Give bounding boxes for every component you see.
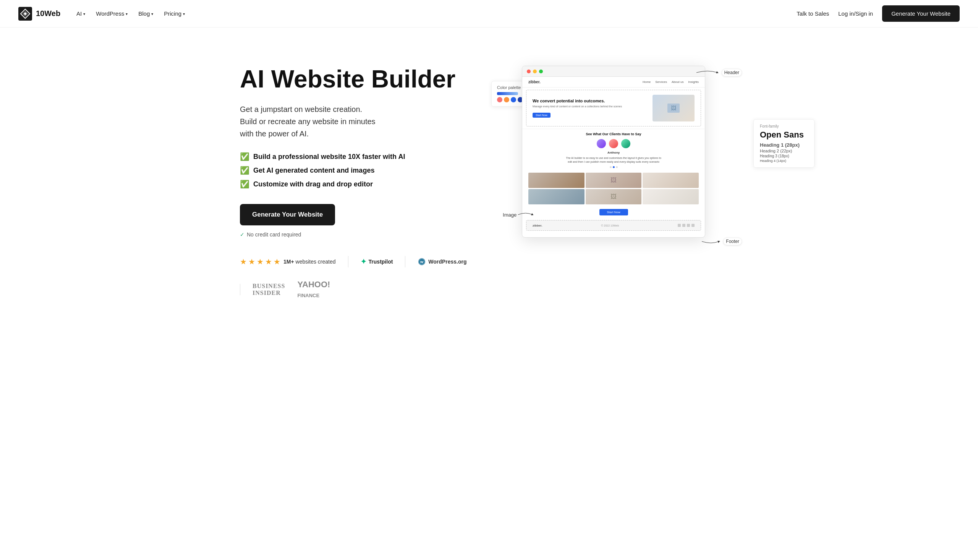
site-footer: zibber. © 2022 10Web: [526, 220, 701, 230]
trustpilot-badge: ✦ Trustpilot: [361, 257, 393, 266]
star-3: ★: [257, 257, 263, 266]
swatch-2: [504, 97, 509, 102]
hero-features-list: ✅ Build a professional website 10X faste…: [240, 152, 469, 189]
dots-row: [522, 166, 705, 170]
browser-dot-yellow: [533, 70, 537, 73]
hero-description: Get a jumpstart on website creation. Bui…: [240, 103, 469, 140]
site-start-now-btn: Start Now: [600, 209, 628, 215]
grid-image-5: 🖼: [586, 189, 642, 204]
palette-bar: [497, 92, 518, 95]
site-nav-items: Home Services About us Insights: [643, 80, 699, 84]
nav-cta-button[interactable]: Generate Your Website: [882, 5, 960, 22]
grid-image-1: [528, 173, 585, 188]
nav-ai[interactable]: AI ▾: [73, 7, 89, 20]
star-5: ★: [273, 257, 280, 266]
swatch-1: [497, 97, 502, 102]
logo-text: 10Web: [36, 9, 60, 18]
talk-to-sales-link[interactable]: Talk to Sales: [796, 10, 829, 17]
avatar-2: [609, 139, 618, 148]
browser-dot-green: [539, 70, 543, 73]
browser-bar: [522, 66, 705, 77]
nav-right: Talk to Sales Log in/Sign in Generate Yo…: [796, 5, 960, 22]
hero-section: AI Website Builder Get a jumpstart on we…: [222, 28, 756, 560]
hero-left: AI Website Builder Get a jumpstart on we…: [240, 50, 469, 300]
business-insider-logo: BusinessInsider: [253, 283, 285, 297]
trust-section: ★ ★ ★ ★ ★ 1M+ websites created ✦ Trustpi…: [240, 256, 469, 300]
check-icon-2: ✅: [240, 166, 250, 175]
check-icon-1: ✅: [240, 152, 250, 161]
star-2: ★: [248, 257, 255, 266]
dot-2: [613, 166, 615, 168]
star-4: ★: [265, 257, 272, 266]
chevron-down-icon: ▾: [126, 12, 128, 16]
check-icon-3: ✅: [240, 180, 250, 189]
no-credit-card: ✓ No credit card required: [240, 232, 469, 238]
chevron-down-icon: ▾: [151, 12, 153, 16]
login-link[interactable]: Log in/Sign in: [838, 10, 873, 17]
dot-3: [616, 166, 618, 168]
logo-icon: [18, 7, 32, 21]
site-header: zibber. Home Services About us Insights: [522, 77, 705, 87]
social-icon-3: [687, 224, 690, 227]
divider-3: [240, 284, 240, 295]
divider-2: [405, 256, 405, 267]
websites-created: 1M+ websites created: [283, 258, 336, 265]
browser-dot-red: [527, 70, 531, 73]
swatch-3: [511, 97, 516, 102]
star-rating: ★ ★ ★ ★ ★: [240, 257, 280, 266]
social-icon-1: [678, 224, 681, 227]
feature-item-3: ✅ Customize with drag and drop editor: [240, 180, 469, 189]
browser-content: zibber. Home Services About us Insights: [522, 77, 705, 233]
image-arrow: [518, 211, 533, 218]
trustpilot-icon: ✦: [361, 257, 367, 266]
press-logos: BusinessInsider YAHOO!FINANCE: [253, 280, 330, 300]
check-icon-credit: ✓: [240, 232, 245, 238]
font-sizes: Heading 1 (28px) Heading 2 (22px) Headin…: [760, 142, 808, 163]
footer-arrow: [702, 238, 721, 245]
site-hero-image: 🖼: [653, 95, 695, 122]
dot-1: [610, 166, 611, 168]
hero-title: AI Website Builder: [240, 66, 469, 92]
wordpress-org-badge: W WordPress.org: [418, 257, 467, 266]
header-annotation: Header: [696, 69, 742, 77]
yahoo-finance-logo: YAHOO!FINANCE: [297, 280, 330, 300]
wordpress-icon: W: [418, 257, 426, 266]
grid-image-3: [643, 173, 699, 188]
nav-left: 10Web AI ▾ WordPress ▾ Blog ▾ Pricing ▾: [18, 7, 189, 21]
image-annotation: Image: [503, 211, 533, 218]
image-grid: 🖼 🖼: [522, 170, 705, 207]
social-icon-4: [691, 224, 695, 227]
grid-image-6: [643, 189, 699, 204]
avatars-row: [522, 138, 705, 150]
header-arrow: [696, 69, 719, 77]
font-annotation: Font-family Open Sans Heading 1 (28px) H…: [753, 119, 815, 168]
grid-image-4: [528, 189, 585, 204]
hero-cta-button[interactable]: Generate Your Website: [240, 204, 335, 225]
footer-annotation: Footer: [702, 238, 742, 245]
navbar: 10Web AI ▾ WordPress ▾ Blog ▾ Pricing ▾ …: [0, 0, 978, 28]
avatar-3: [621, 139, 630, 148]
nav-blog[interactable]: Blog ▾: [135, 7, 157, 20]
avatar-1: [597, 139, 606, 148]
grid-image-2: 🖼: [586, 173, 642, 188]
footer-social: [678, 224, 695, 227]
chevron-down-icon: ▾: [183, 12, 185, 16]
feature-item-1: ✅ Build a professional website 10X faste…: [240, 152, 469, 161]
hero-right-mockup: Color palette: [499, 50, 738, 249]
nav-links: AI ▾ WordPress ▾ Blog ▾ Pricing ▾: [73, 7, 189, 20]
feature-item-2: ✅ Get AI generated content and images: [240, 166, 469, 175]
nav-pricing[interactable]: Pricing ▾: [160, 7, 189, 20]
star-1: ★: [240, 257, 247, 266]
site-hero-section: We convert potential into outcomes. Mana…: [526, 90, 701, 126]
testimonial-text: The AI builder is so easy to use and cus…: [522, 155, 705, 166]
site-hero-text: We convert potential into outcomes. Mana…: [533, 98, 648, 118]
nav-wordpress[interactable]: WordPress ▾: [92, 7, 132, 20]
divider: [348, 256, 348, 267]
svg-text:W: W: [420, 260, 424, 264]
palette-row: [497, 92, 523, 95]
chevron-down-icon: ▾: [83, 12, 85, 16]
mockup-container: Color palette: [499, 50, 738, 249]
social-icon-2: [682, 224, 685, 227]
logo[interactable]: 10Web: [18, 7, 60, 21]
browser-mockup: zibber. Home Services About us Insights: [522, 66, 705, 238]
